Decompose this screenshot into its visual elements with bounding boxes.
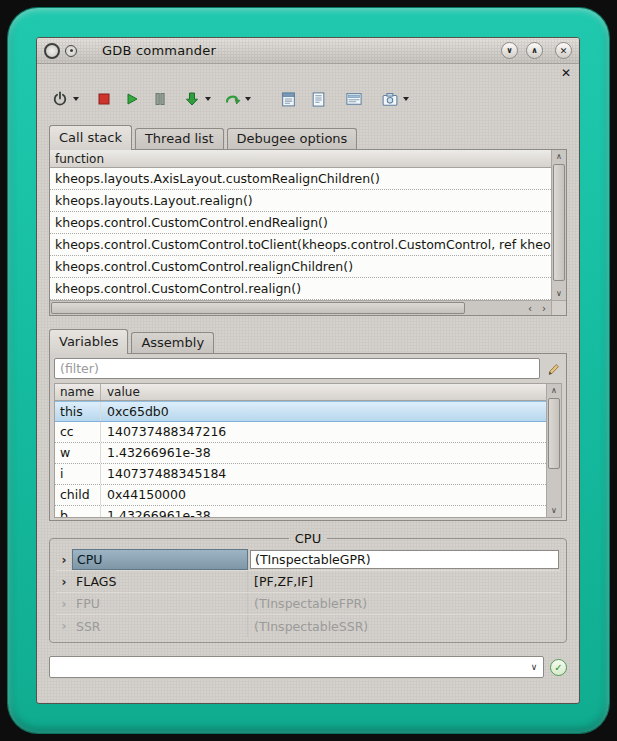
step-into-dropdown-icon[interactable] [205,97,211,101]
column-header-value: value [101,384,546,400]
register-name[interactable]: FLAGS [72,571,248,592]
variables-table: name value this 0xc65db0 cc 140737488347… [54,383,562,518]
callstack-column-header: function [50,150,551,168]
scroll-down-icon[interactable]: ∨ [547,504,561,517]
callstack-vertical-scrollbar[interactable]: ∧ ∨ [551,150,566,300]
expander-icon[interactable]: › [56,593,72,614]
step-into-icon [184,91,200,107]
callstack-row[interactable]: kheops.layouts.AxisLayout.customRealignC… [50,168,551,190]
tab-thread-list[interactable]: Thread list [135,128,224,149]
command-input[interactable] [50,660,525,675]
scrollbar-corner [551,300,566,315]
register-name[interactable]: CPU [72,549,248,570]
callstack-row[interactable]: kheops.control.CustomControl.toClient(kh… [50,234,551,256]
step-over-button[interactable] [221,87,243,111]
expander-icon[interactable]: › [56,549,72,570]
power-dropdown-icon[interactable] [73,97,79,101]
close-button[interactable]: ✕ [555,42,572,59]
callstack-horizontal-scrollbar[interactable]: ‹ › [50,300,551,315]
play-icon [125,92,139,106]
cpu-register-row[interactable]: › CPU (TInspectableGPR) [56,549,560,571]
callstack-row[interactable]: kheops.control.CustomControl.endRealign(… [50,212,551,234]
variable-row[interactable]: cc 140737488347216 [55,422,546,443]
variable-row[interactable]: b 1.43266961e-38 [55,506,546,517]
vertical-scroll-thumb[interactable] [548,398,560,469]
minimize-icon: ∨ [506,46,513,55]
scroll-right-icon[interactable]: › [537,301,551,315]
register-value: [PF,ZF,IF] [248,571,560,592]
cpu-register-row[interactable]: › FLAGS [PF,ZF,IF] [56,571,560,593]
watches-panel-button[interactable] [343,87,365,111]
callstack-row[interactable]: kheops.control.CustomControl.realignChil… [50,256,551,278]
dock-close-button[interactable]: ✕ [561,67,571,79]
callstack-list: kheops.layouts.AxisLayout.customRealignC… [50,168,551,300]
step-over-icon [224,91,241,107]
tab-variables[interactable]: Variables [49,329,128,354]
horizontal-scroll-thumb[interactable] [51,302,465,314]
filter-input[interactable] [54,358,540,379]
step-into-button[interactable] [181,87,203,111]
power-target-button[interactable] [49,87,71,111]
column-header-name: name [55,384,101,400]
command-combobox[interactable]: ∨ [49,656,544,678]
variables-list: this 0xc65db0 cc 140737488347216 w 1.432… [55,401,546,517]
register-name[interactable]: FPU [72,593,248,614]
titlebar[interactable]: GDB commander ∨ ∧ ✕ [37,38,579,64]
expander-icon[interactable]: › [56,571,72,592]
pause-button[interactable] [149,87,171,111]
cpu-groupbox: CPU › CPU (TInspectableGPR) › FLAGS [PF,… [49,531,567,643]
callstack-row[interactable]: kheops.control.CustomControl.realign() [50,278,551,300]
scroll-up-icon[interactable]: ∧ [552,150,566,163]
check-icon: ✓ [554,662,562,673]
callstack-tabs: Call stack Thread list Debugee options [49,124,567,149]
register-name[interactable]: SSR [72,615,248,637]
minimize-button[interactable]: ∨ [501,42,518,59]
gdb-commander-window: GDB commander ∨ ∧ ✕ ✕ [36,37,580,704]
scroll-left-icon[interactable]: ‹ [523,301,537,315]
power-icon [52,91,68,107]
output-panel-button[interactable] [307,87,329,111]
scroll-up-icon[interactable]: ∧ [547,384,561,397]
window-frame: GDB commander ∨ ∧ ✕ ✕ [8,8,609,733]
callstack-row[interactable]: kheops.layouts.Layout.realign() [50,190,551,212]
snapshot-button[interactable] [379,87,401,111]
variables-tabs: Variables Assembly [49,328,567,353]
command-row: ∨ ✓ [49,656,567,678]
variables-panel: name value this 0xc65db0 cc 140737488347… [49,353,567,521]
window-title: GDB commander [102,43,216,58]
cpu-register-row[interactable]: › SSR (TInspectableSSR) [56,615,560,637]
variables-vertical-scrollbar[interactable]: ∧ ∨ [546,384,561,517]
snapshot-camera-icon [381,91,399,108]
expander-icon[interactable]: › [56,615,72,637]
tab-call-stack[interactable]: Call stack [49,125,132,150]
step-over-dropdown-icon[interactable] [245,97,251,101]
log-panel-button[interactable] [277,87,299,111]
run-button[interactable] [121,87,143,111]
variable-row[interactable]: i 140737488345184 [55,464,546,485]
toolbar [37,82,579,116]
maximize-button[interactable]: ∧ [526,42,543,59]
watches-window-icon [345,91,363,108]
filter-brush-icon[interactable] [544,360,562,378]
vertical-scroll-thumb[interactable] [553,164,565,281]
maximize-icon: ∧ [531,46,538,55]
pause-icon [153,92,167,106]
cpu-register-row[interactable]: › FPU (TInspectableFPR) [56,593,560,615]
scroll-down-icon[interactable]: ∨ [552,287,566,300]
snapshot-dropdown-icon[interactable] [403,97,409,101]
callstack-panel: function kheops.layouts.AxisLayout.custo… [49,149,567,316]
combo-dropdown-icon[interactable]: ∨ [525,662,543,672]
output-document-icon [310,91,327,108]
stop-button[interactable] [93,87,115,111]
variable-row[interactable]: w 1.43266961e-38 [55,443,546,464]
app-icon [44,43,60,59]
execute-button[interactable]: ✓ [550,659,567,676]
variable-row[interactable]: child 0x44150000 [55,485,546,506]
tab-assembly[interactable]: Assembly [131,332,214,353]
cpu-group-title: CPU [289,531,327,546]
stop-icon [97,92,111,106]
tab-debugee-options[interactable]: Debugee options [227,128,358,149]
window-menu-icon[interactable] [65,45,77,57]
variable-row[interactable]: this 0xc65db0 [55,401,546,422]
register-value-editor[interactable]: (TInspectableGPR) [250,550,559,569]
